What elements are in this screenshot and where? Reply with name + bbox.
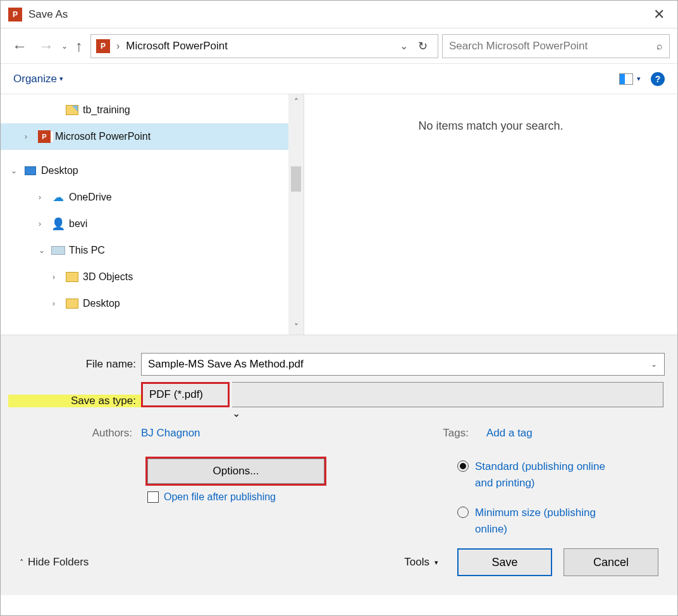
title-bar: P Save As ✕ — [1, 1, 677, 28]
tags-value[interactable]: Add a tag — [486, 427, 670, 440]
search-input[interactable] — [449, 40, 656, 52]
folder-icon — [65, 103, 79, 117]
authors-value[interactable]: BJ Chagnon — [141, 427, 200, 440]
desktop-icon — [23, 164, 37, 178]
save-as-type-dropdown[interactable] — [141, 382, 230, 407]
chevron-down-icon[interactable]: ⌄ — [232, 408, 240, 419]
cancel-button[interactable]: Cancel — [564, 548, 658, 576]
tree-item-label: tb_training — [83, 104, 130, 116]
options-button[interactable]: Options... — [147, 459, 324, 484]
expander-icon[interactable]: ⌄ — [39, 246, 47, 255]
file-list-pane: No items match your search. — [304, 94, 677, 335]
organize-label: Organize — [13, 73, 57, 85]
tools-menu[interactable]: Tools ▾ — [404, 556, 438, 569]
history-dropdown[interactable]: ⌄ — [61, 42, 68, 51]
toolbar: Organize ▾ ▾ ? — [1, 64, 677, 94]
filename-label: File name: — [8, 358, 141, 371]
chevron-up-icon: ˄ — [20, 558, 24, 567]
back-button[interactable]: ← — [8, 35, 31, 58]
tree-item-label: bevi — [69, 218, 87, 230]
tree-item[interactable]: ›3D Objects — [1, 264, 288, 290]
save-as-type-label: Save as type: — [8, 395, 141, 407]
open-after-publish-label[interactable]: Open file after publishing — [164, 491, 276, 503]
tree-item[interactable]: ⌄This PC — [1, 237, 288, 264]
help-button[interactable]: ? — [651, 72, 665, 86]
chevron-down-icon[interactable]: ⌄ — [400, 40, 408, 52]
save-button[interactable]: Save — [457, 548, 552, 576]
powerpoint-icon: P — [8, 8, 22, 22]
hide-folders-button[interactable]: ˄ Hide Folders — [20, 556, 89, 569]
empty-message: No items match your search. — [418, 120, 563, 133]
bottom-panel: File name: ⌄ Save as type: ⌄ Authors: BJ… — [1, 335, 677, 595]
tree-item[interactable]: ›👤bevi — [1, 211, 288, 237]
view-mode-button[interactable]: ▾ — [619, 73, 641, 85]
organize-menu[interactable]: Organize ▾ — [13, 73, 63, 85]
scroll-thumb[interactable] — [291, 166, 301, 192]
folder-icon — [65, 297, 79, 311]
tree-item-label: This PC — [69, 245, 105, 256]
expander-icon[interactable]: › — [25, 132, 34, 141]
tags-label: Tags: — [443, 427, 469, 439]
filename-input[interactable] — [141, 353, 665, 376]
pc-icon — [51, 243, 65, 257]
user-icon: 👤 — [51, 217, 65, 231]
optimize-standard-label[interactable]: Standard (publishing online and printing… — [475, 459, 614, 491]
expander-icon[interactable]: › — [52, 273, 61, 281]
close-button[interactable]: ✕ — [648, 6, 670, 23]
onedrive-icon: ☁ — [51, 190, 65, 204]
optimize-minimum-radio[interactable] — [457, 507, 469, 518]
tree-item[interactable]: ›PMicrosoft PowerPoint — [1, 123, 288, 150]
breadcrumb-ppt-icon: P — [96, 39, 110, 53]
tree-item[interactable]: ⌄Desktop — [1, 157, 288, 184]
tree-item[interactable]: tb_training — [1, 97, 288, 123]
open-after-publish-checkbox[interactable] — [147, 491, 159, 503]
optimize-minimum-label[interactable]: Minimum size (publishing online) — [475, 505, 614, 537]
chevron-down-icon[interactable]: ⌄ — [651, 360, 657, 369]
expander-icon[interactable]: › — [39, 193, 47, 202]
breadcrumb-bar[interactable]: P › Microsoft PowerPoint ⌄ ↻ — [90, 34, 438, 58]
tree-item-label: Desktop — [41, 165, 78, 176]
expander-icon[interactable]: › — [52, 299, 61, 308]
scroll-up-icon[interactable]: ˄ — [294, 94, 299, 109]
tree-item-label: OneDrive — [69, 192, 112, 203]
scroll-down-icon[interactable]: ˅ — [294, 319, 299, 335]
tree-item-label: 3D Objects — [83, 271, 133, 283]
optimize-for-group: Standard (publishing online and printing… — [457, 459, 614, 537]
content-area: tb_training›PMicrosoft PowerPoint⌄Deskto… — [1, 94, 677, 335]
forward-button[interactable]: → — [35, 35, 58, 58]
chevron-down-icon: ▾ — [435, 558, 438, 567]
tree-scrollbar[interactable]: ˄ ˅ — [288, 94, 304, 335]
nav-row: ← → ⌄ ↑ P › Microsoft PowerPoint ⌄ ↻ ⌕ — [1, 28, 677, 64]
chevron-down-icon: ▾ — [637, 75, 641, 83]
view-mode-icon — [619, 73, 633, 85]
expander-icon[interactable]: ⌄ — [11, 166, 20, 175]
tree-item[interactable]: ›☁OneDrive — [1, 184, 288, 211]
search-icon[interactable]: ⌕ — [656, 40, 663, 52]
breadcrumb-location[interactable]: Microsoft PowerPoint — [126, 40, 228, 52]
optimize-standard-radio[interactable] — [457, 460, 469, 472]
tree-item[interactable]: ›Desktop — [1, 290, 288, 317]
up-button[interactable]: ↑ — [71, 35, 87, 58]
refresh-button[interactable]: ↻ — [413, 37, 433, 56]
authors-label: Authors: — [92, 427, 132, 439]
powerpoint-icon: P — [37, 130, 51, 144]
folder-icon — [65, 270, 79, 284]
hide-folders-label: Hide Folders — [28, 556, 89, 569]
expander-icon[interactable]: › — [39, 219, 47, 228]
folder-tree[interactable]: tb_training›PMicrosoft PowerPoint⌄Deskto… — [1, 94, 288, 335]
window-title: Save As — [28, 8, 648, 21]
save-as-type-value[interactable] — [143, 384, 228, 405]
chevron-down-icon: ▾ — [59, 75, 63, 83]
tree-item-label: Microsoft PowerPoint — [55, 131, 151, 142]
chevron-right-icon: › — [116, 40, 120, 52]
search-box[interactable]: ⌕ — [442, 34, 670, 58]
tree-item-label: Desktop — [83, 298, 120, 309]
tools-label: Tools — [404, 556, 429, 569]
